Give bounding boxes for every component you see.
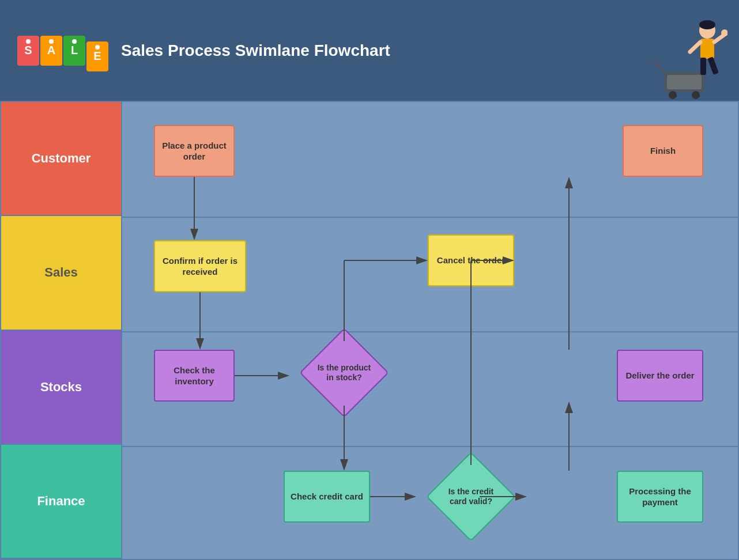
divider-3 — [122, 446, 738, 447]
node-place-order: Place a product order — [154, 125, 235, 177]
lane-stocks: Stocks — [1, 331, 121, 445]
sale-logo: S A L E — [17, 36, 110, 66]
node-finish: Finish — [623, 125, 703, 177]
svg-line-2 — [655, 63, 664, 72]
tag-e: E — [86, 41, 108, 71]
page-title: Sales Process Swimlane Flowchart — [121, 41, 390, 60]
node-processing-payment: Processing the payment — [617, 471, 703, 523]
tag-l: L — [63, 36, 85, 66]
lane-customer: Customer — [1, 102, 121, 216]
node-cancel-order: Cancel the order — [428, 234, 514, 286]
svg-point-4 — [692, 91, 700, 99]
lane-sales: Sales — [1, 216, 121, 330]
divider-1 — [122, 217, 738, 218]
node-deliver-order: Deliver the order — [617, 350, 703, 402]
svg-rect-1 — [667, 75, 702, 89]
lanes-labels: Customer Sales Stocks Finance — [1, 102, 122, 559]
tag-a: A — [40, 36, 62, 66]
svg-point-7 — [699, 20, 715, 29]
svg-rect-8 — [700, 39, 714, 59]
diamond-in-stock: Is the productin stock? — [289, 341, 399, 404]
flowchart-container: Customer Sales Stocks Finance Place a pr… — [0, 101, 739, 560]
node-check-inventory: Check the inventory — [154, 350, 235, 402]
svg-line-11 — [690, 42, 700, 52]
divider-2 — [122, 331, 738, 332]
svg-point-3 — [669, 91, 677, 99]
diagram-area: Place a product order Finish Confirm if … — [122, 102, 738, 559]
node-check-credit: Check credit card — [284, 471, 370, 523]
svg-rect-9 — [700, 58, 706, 75]
svg-rect-10 — [707, 56, 719, 75]
header: S A L E Sales Process Swimlane Flowchart — [0, 0, 739, 101]
diamond-credit-valid: Is the creditcard valid? — [416, 465, 526, 528]
tag-s: S — [17, 36, 39, 66]
lane-finance: Finance — [1, 445, 121, 559]
character-illustration — [653, 14, 727, 101]
node-confirm-order: Confirm if order is received — [154, 240, 246, 292]
